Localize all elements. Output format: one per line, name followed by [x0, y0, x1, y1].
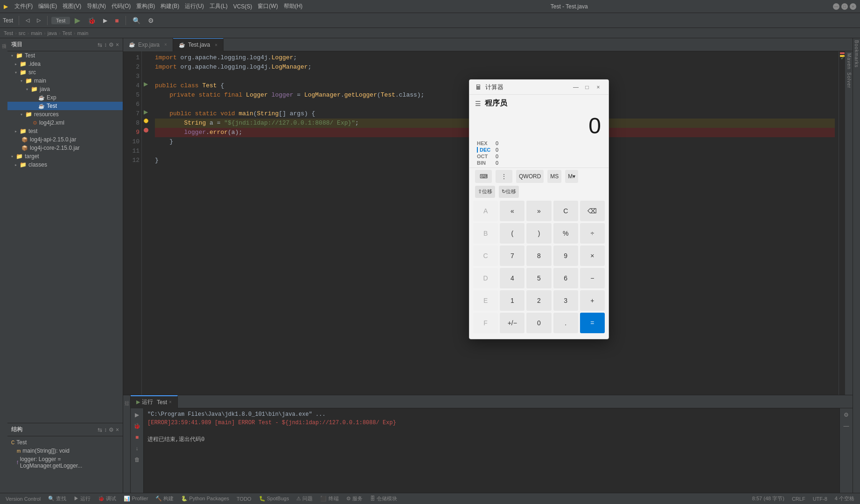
scroll-end-button[interactable]: ↓ — [133, 444, 142, 453]
tree-item-test[interactable]: ☕ Test — [7, 102, 123, 110]
calc-btn-clear[interactable]: C — [553, 201, 578, 221]
tab-exp-close[interactable]: × — [164, 42, 167, 47]
solver-icon[interactable]: Solver — [846, 72, 852, 88]
calc-btn-8[interactable]: 8 — [526, 245, 551, 266]
console-tab[interactable]: ▶ 运行 Test × — [131, 395, 178, 408]
spotbugs-status[interactable]: 🐛 SpotBugs — [257, 496, 291, 502]
calc-rotate-button[interactable]: ↻ 位移 — [499, 186, 519, 198]
tab-exp[interactable]: ☕ Exp.java × — [123, 38, 173, 51]
str-close-icon[interactable]: × — [116, 427, 119, 433]
maximize-button[interactable]: □ — [841, 3, 848, 10]
tree-item-log4j-core[interactable]: 📦 log4j-core-2.15.0.jar — [7, 144, 123, 152]
calc-btn-lparen[interactable]: ( — [500, 223, 524, 244]
menu-window[interactable]: 窗口(W) — [255, 2, 280, 10]
calc-btn-E[interactable]: E — [473, 290, 498, 311]
menu-edit[interactable]: 编辑(E) — [35, 2, 60, 10]
calc-btn-mod[interactable]: % — [553, 223, 578, 244]
line-col-status[interactable]: 8:57 (48 字节) — [750, 495, 786, 502]
console-minimize-icon[interactable]: — — [842, 421, 851, 431]
calc-btn-4[interactable]: 4 — [500, 268, 524, 288]
calc-btn-B[interactable]: B — [473, 223, 498, 244]
console-settings-icon[interactable]: ⚙ — [842, 410, 851, 420]
calc-maximize-button[interactable]: □ — [582, 83, 592, 92]
calc-btn-7[interactable]: 7 — [500, 245, 524, 266]
run-button[interactable]: ▶ — [72, 15, 83, 26]
struct-method[interactable]: m main(String[]): void — [9, 447, 121, 455]
minimize-button[interactable]: — — [833, 3, 839, 10]
str-expand-icon[interactable]: ⇆ — [98, 427, 102, 433]
calc-keypad-button[interactable]: ⌨ — [475, 170, 492, 183]
tree-item-java[interactable]: ▾ 📁 java — [7, 85, 123, 93]
profiler-status[interactable]: 📊 Profiler — [122, 496, 150, 502]
calc-btn-add[interactable]: + — [580, 290, 605, 311]
menu-view[interactable]: 视图(V) — [60, 2, 84, 10]
tree-item-idea[interactable]: ▸ 📁 .idea — [7, 60, 123, 68]
tree-item-log4j-api[interactable]: 📦 log4j-api-2.15.0.jar — [7, 135, 123, 144]
str-settings-icon[interactable]: ⚙ — [109, 427, 114, 433]
toolbar-forward[interactable]: ▷ — [34, 16, 43, 24]
calc-btn-5[interactable]: 5 — [526, 268, 551, 288]
clear-console-button[interactable]: 🗑 — [133, 455, 142, 464]
bc-main-method[interactable]: main — [77, 30, 88, 36]
str-sort-icon[interactable]: ↕ — [104, 427, 107, 433]
spaces-status[interactable]: 4 个空格 — [833, 495, 856, 502]
menu-tools[interactable]: 工具(L) — [207, 2, 231, 10]
calc-menu-icon[interactable]: ☰ — [475, 100, 481, 107]
search-status[interactable]: 🔍 查找 — [46, 495, 68, 502]
debug-button[interactable]: 🐞 — [85, 16, 98, 25]
debug-status[interactable]: 🐞 调试 — [96, 495, 118, 502]
calc-btn-backspace[interactable]: ⌫ — [580, 201, 605, 221]
calc-btn-negate[interactable]: +/− — [500, 313, 524, 333]
run-status[interactable]: ▶ 运行 — [72, 495, 92, 502]
calc-btn-C[interactable]: C — [473, 245, 498, 266]
tree-item-resources[interactable]: ▾ 📁 resources — [7, 110, 123, 119]
sidebar-sort-icon[interactable]: ↕ — [104, 42, 107, 48]
calc-shift-button[interactable]: ⇧ 位移 — [475, 186, 495, 198]
tab-test-close[interactable]: × — [215, 42, 217, 48]
sidebar-settings-icon[interactable]: ⚙ — [109, 42, 114, 48]
menu-vcs[interactable]: VCS(S) — [231, 3, 255, 10]
menu-run[interactable]: 运行(U) — [182, 2, 207, 10]
stop-console-button[interactable]: ■ — [133, 433, 142, 442]
tree-item-src[interactable]: ▾ 📁 src — [7, 68, 123, 77]
problems-status[interactable]: ⚠ 问题 — [294, 495, 315, 502]
calc-btn-9[interactable]: 9 — [553, 245, 578, 266]
calc-btn-equals[interactable]: = — [580, 313, 605, 333]
tab-test[interactable]: ☕ Test.java × — [173, 38, 224, 51]
tree-item-log4j2xml[interactable]: ⚙ log4j2.xml — [7, 119, 123, 127]
calc-minimize-button[interactable]: — — [571, 83, 580, 92]
tree-item-project[interactable]: ▾ 📁 Test — [7, 51, 123, 60]
calc-btn-D[interactable]: D — [473, 268, 498, 288]
database-status[interactable]: 🗄 仓储模块 — [368, 495, 399, 502]
python-packages-status[interactable]: 🐍 Python Packages — [179, 496, 231, 502]
bc-src[interactable]: src — [19, 30, 26, 36]
tree-item-target[interactable]: ▾ 📁 target — [7, 152, 123, 161]
calc-btn-1[interactable]: 1 — [500, 290, 524, 311]
calc-mv-button[interactable]: M▾ — [565, 170, 578, 183]
close-button[interactable]: × — [850, 3, 856, 10]
struct-class[interactable]: C Test — [9, 438, 121, 447]
calc-btn-6[interactable]: 6 — [553, 268, 578, 288]
coverage-button[interactable]: ▶ — [100, 16, 110, 25]
console-close[interactable]: × — [169, 399, 172, 405]
search-button[interactable]: 🔍 — [130, 16, 143, 25]
terminal-status[interactable]: ⬛ 终端 — [318, 495, 340, 502]
toolbar-run-config[interactable]: Test — [51, 17, 70, 24]
sidebar-expand-icon[interactable]: ⇆ — [98, 42, 102, 48]
calc-btn-3[interactable]: 3 — [553, 290, 578, 311]
calc-bits-button[interactable]: ⋮ — [496, 170, 512, 183]
maven-icon[interactable]: Maven — [846, 53, 852, 70]
calc-btn-rparen[interactable]: ) — [526, 223, 551, 244]
menu-nav[interactable]: 导航(N) — [84, 2, 109, 10]
menu-build[interactable]: 构建(B) — [158, 2, 182, 10]
bc-java[interactable]: java — [48, 30, 57, 36]
calc-btn-rshift[interactable]: » — [526, 201, 551, 221]
bc-main[interactable]: main — [31, 30, 42, 36]
menu-refactor[interactable]: 重构(B) — [133, 2, 158, 10]
tree-item-exp[interactable]: ☕ Exp — [7, 93, 123, 102]
menu-help[interactable]: 帮助(H) — [281, 2, 306, 10]
calc-btn-div[interactable]: ÷ — [580, 223, 605, 244]
settings-button[interactable]: ⚙ — [145, 16, 157, 25]
sidebar-close-icon[interactable]: × — [116, 42, 119, 48]
bc-testclass[interactable]: Test — [63, 30, 72, 36]
